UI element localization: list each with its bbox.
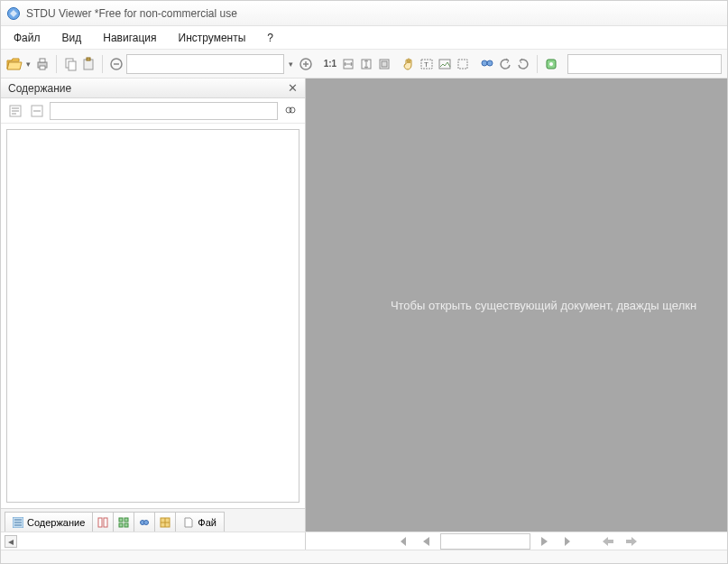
binoculars-icon <box>139 517 150 528</box>
file-icon <box>183 517 194 528</box>
list-icon <box>13 517 23 528</box>
content-area: Содержание ✕ Содержание <box>1 79 727 532</box>
sidebar-header: Содержание ✕ <box>1 79 305 98</box>
first-page-button[interactable] <box>393 533 411 550</box>
svg-rect-32 <box>119 518 123 522</box>
svg-rect-16 <box>382 61 387 67</box>
dropdown-arrow-icon[interactable]: ▾ <box>24 60 32 69</box>
tab-bookmarks[interactable] <box>154 512 176 532</box>
menu-bar: Файл Вид Навигация Инструменты ? <box>1 26 727 50</box>
canvas-hint: Чтобы открыть существующий документ, два… <box>336 299 696 312</box>
svg-rect-31 <box>104 518 107 527</box>
expand-all-button[interactable] <box>6 102 24 120</box>
menu-navigation[interactable]: Навигация <box>94 29 165 47</box>
document-canvas[interactable]: Чтобы открыть существующий документ, два… <box>306 79 727 532</box>
tab-files[interactable]: Фай <box>175 512 225 532</box>
app-icon <box>6 6 21 21</box>
settings-button[interactable] <box>543 53 559 75</box>
zoom-field[interactable] <box>126 54 284 74</box>
nav-back-button[interactable] <box>599 533 617 550</box>
svg-rect-6 <box>84 60 93 69</box>
zoom-out-button[interactable] <box>108 53 124 75</box>
window-title: STDU Viewer *Free for non-commercial use <box>26 7 237 20</box>
tab-contents[interactable]: Содержание <box>5 512 93 532</box>
sidebar-filter-input[interactable] <box>50 102 278 120</box>
select-image-button[interactable] <box>437 53 453 75</box>
sidebar-title: Содержание <box>8 82 71 95</box>
sidebar-tabs: Содержание Фай <box>1 508 305 532</box>
thumbnails-icon <box>118 517 129 528</box>
status-bar <box>1 550 727 563</box>
paste-button[interactable] <box>80 53 97 75</box>
title-bar: STDU Viewer *Free for non-commercial use <box>1 1 727 26</box>
fit-height-button[interactable] <box>358 53 374 75</box>
svg-point-22 <box>487 60 493 66</box>
fit-width-button[interactable] <box>340 53 356 75</box>
scale-1-1-button[interactable]: 1:1 <box>322 53 338 75</box>
svg-rect-7 <box>87 58 90 60</box>
svg-text:T: T <box>424 60 429 69</box>
sidebar-close-button[interactable]: ✕ <box>288 81 298 95</box>
menu-tools[interactable]: Инструменты <box>170 29 255 47</box>
sidebar: Содержание ✕ Содержание <box>1 79 306 532</box>
separator <box>537 55 538 73</box>
page-number-field[interactable] <box>440 533 530 550</box>
nav-forward-button[interactable] <box>622 533 640 550</box>
grid-icon <box>160 517 170 528</box>
contents-tree[interactable] <box>6 129 299 503</box>
sidebar-hscroll: ◂ <box>1 532 306 550</box>
search-field[interactable] <box>567 54 722 74</box>
svg-rect-35 <box>124 523 128 527</box>
svg-rect-5 <box>69 61 76 70</box>
menu-view[interactable]: Вид <box>53 29 91 47</box>
next-page-button[interactable] <box>536 533 554 550</box>
prev-page-button[interactable] <box>417 533 435 550</box>
svg-rect-30 <box>98 518 102 527</box>
svg-rect-20 <box>458 60 467 69</box>
rotate-left-button[interactable] <box>497 53 513 75</box>
pages-icon <box>97 517 108 528</box>
svg-point-24 <box>549 62 553 66</box>
svg-rect-2 <box>40 59 45 62</box>
collapse-all-button[interactable] <box>28 102 46 120</box>
page-navigation <box>306 532 727 550</box>
select-region-button[interactable] <box>455 53 471 75</box>
bottom-strip: ◂ <box>1 532 727 550</box>
sidebar-toolbar <box>1 98 305 124</box>
svg-point-28 <box>290 107 295 113</box>
tab-contents-label: Содержание <box>27 517 85 528</box>
menu-help[interactable]: ? <box>258 29 282 47</box>
svg-rect-3 <box>40 66 45 69</box>
menu-file[interactable]: Файл <box>5 29 50 47</box>
svg-rect-33 <box>124 518 128 522</box>
tab-pages[interactable] <box>92 512 114 532</box>
svg-rect-34 <box>119 523 123 527</box>
find-button[interactable] <box>479 53 495 75</box>
tab-search[interactable] <box>134 512 155 532</box>
svg-point-37 <box>144 520 149 524</box>
hand-tool-button[interactable] <box>401 53 417 75</box>
tab-files-label: Фай <box>198 517 217 528</box>
print-button[interactable] <box>34 53 51 75</box>
separator <box>102 55 103 73</box>
tab-thumbnails[interactable] <box>113 512 134 532</box>
rotate-right-button[interactable] <box>515 53 531 75</box>
svg-point-21 <box>482 60 487 66</box>
zoom-in-button[interactable] <box>298 53 314 75</box>
separator <box>56 55 57 73</box>
copy-button[interactable] <box>62 53 78 75</box>
fit-page-button[interactable] <box>376 53 392 75</box>
sidebar-find-button[interactable] <box>281 102 299 120</box>
select-text-button[interactable]: T <box>419 53 435 75</box>
last-page-button[interactable] <box>559 533 577 550</box>
dropdown-arrow-icon[interactable]: ▾ <box>286 60 296 69</box>
scroll-left-button[interactable]: ◂ <box>5 535 17 548</box>
open-button[interactable] <box>6 53 23 75</box>
main-toolbar: ▾ ▾ 1:1 T <box>1 50 727 79</box>
